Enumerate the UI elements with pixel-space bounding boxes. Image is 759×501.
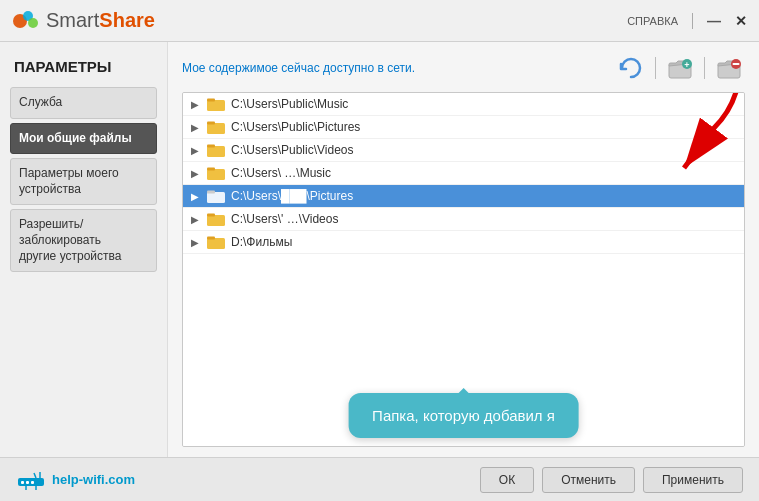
bottom-bar: help-wifi.com ОК Отменить Применить — [0, 457, 759, 501]
tooltip-bubble: Папка, которую добавил я — [348, 393, 579, 438]
title-controls: СПРАВКА — ✕ — [627, 13, 747, 29]
file-item[interactable]: ▶ C:\Users\Public\Pictures — [183, 116, 744, 139]
minimize-button[interactable]: — — [707, 14, 721, 28]
apply-button[interactable]: Применить — [643, 467, 743, 493]
svg-rect-15 — [207, 169, 225, 180]
folder-icon — [207, 235, 225, 249]
sidebar-item-my-files[interactable]: Мои общие файлы — [10, 123, 157, 155]
svg-rect-18 — [207, 191, 215, 194]
svg-rect-21 — [207, 238, 225, 249]
svg-rect-20 — [207, 214, 215, 217]
svg-rect-9 — [207, 100, 225, 111]
bottom-buttons: ОК Отменить Применить — [480, 467, 743, 493]
refresh-icon — [617, 54, 645, 82]
sidebar-item-service[interactable]: Служба — [10, 87, 157, 119]
file-item[interactable]: ▶ C:\Users\ …\Music — [183, 162, 744, 185]
sidebar: ПАРАМЕТРЫ Служба Мои общие файлы Парамет… — [0, 42, 168, 457]
file-item[interactable]: ▶ C:\Users\Public\Music — [183, 93, 744, 116]
cancel-button[interactable]: Отменить — [542, 467, 635, 493]
folder-icon — [207, 166, 225, 180]
file-item[interactable]: ▶ C:\Users\Public\Videos — [183, 139, 744, 162]
folder-icon-selected — [207, 189, 225, 203]
logo-icon — [12, 7, 40, 35]
file-path: C:\Users\ …\Music — [231, 166, 331, 180]
svg-rect-27 — [31, 481, 34, 484]
watermark-text: help-wifi.com — [52, 472, 135, 487]
divider — [692, 13, 693, 29]
file-path: D:\Фильмы — [231, 235, 292, 249]
folder-icon — [207, 143, 225, 157]
expand-arrow: ▶ — [191, 191, 201, 202]
refresh-button[interactable] — [615, 52, 647, 84]
remove-folder-button[interactable] — [713, 52, 745, 84]
sidebar-item-allow-block[interactable]: Разрешить/заблокироватьдругие устройства — [10, 209, 157, 272]
folder-icon — [207, 120, 225, 134]
svg-rect-13 — [207, 146, 225, 157]
section-title: ПАРАМЕТРЫ — [10, 58, 157, 75]
toolbar-icons: + — [615, 52, 745, 84]
svg-rect-22 — [207, 237, 215, 240]
expand-arrow: ▶ — [191, 99, 201, 110]
svg-point-2 — [28, 18, 38, 28]
folder-icon — [207, 97, 225, 111]
expand-arrow: ▶ — [191, 122, 201, 133]
svg-rect-17 — [207, 192, 225, 203]
svg-rect-26 — [26, 481, 29, 484]
file-item[interactable]: ▶ C:\Users\' …\Videos — [183, 208, 744, 231]
svg-rect-12 — [207, 122, 215, 125]
file-list: ▶ C:\Users\Public\Music ▶ C:\Users\Publi… — [182, 92, 745, 447]
expand-arrow: ▶ — [191, 214, 201, 225]
content-header: Мое содержимое сейчас доступно в сети. — [182, 52, 745, 84]
svg-line-28 — [34, 473, 36, 478]
add-folder-button[interactable]: + — [664, 52, 696, 84]
remove-folder-icon — [715, 54, 743, 82]
svg-text:+: + — [684, 60, 689, 70]
file-path: C:\Users\Public\Videos — [231, 143, 354, 157]
main-area: ПАРАМЕТРЫ Служба Мои общие файлы Парамет… — [0, 42, 759, 457]
app-name: SmartShare — [46, 9, 155, 32]
watermark: help-wifi.com — [16, 470, 135, 490]
toolbar-divider — [655, 57, 656, 79]
ok-button[interactable]: ОК — [480, 467, 534, 493]
file-path: C:\Users\███\Pictures — [231, 189, 353, 203]
svg-rect-10 — [207, 99, 215, 102]
file-path: C:\Users\Public\Pictures — [231, 120, 360, 134]
file-item[interactable]: ▶ D:\Фильмы — [183, 231, 744, 254]
expand-arrow: ▶ — [191, 145, 201, 156]
router-icon — [16, 470, 46, 490]
svg-rect-11 — [207, 123, 225, 134]
folder-icon — [207, 212, 225, 226]
status-text: Мое содержимое сейчас доступно в сети. — [182, 61, 415, 75]
app-logo: SmartShare — [12, 7, 155, 35]
content-panel: Мое содержимое сейчас доступно в сети. — [168, 42, 759, 457]
close-button[interactable]: ✕ — [735, 14, 747, 28]
svg-rect-25 — [21, 481, 24, 484]
svg-rect-16 — [207, 168, 215, 171]
file-path: C:\Users\' …\Videos — [231, 212, 338, 226]
add-folder-icon: + — [666, 54, 694, 82]
svg-rect-19 — [207, 215, 225, 226]
file-path: C:\Users\Public\Music — [231, 97, 348, 111]
expand-arrow: ▶ — [191, 168, 201, 179]
svg-rect-14 — [207, 145, 215, 148]
sidebar-item-device-params[interactable]: Параметры моегоустройства — [10, 158, 157, 205]
toolbar-divider2 — [704, 57, 705, 79]
title-bar: SmartShare СПРАВКА — ✕ — [0, 0, 759, 42]
help-link[interactable]: СПРАВКА — [627, 15, 678, 27]
expand-arrow: ▶ — [191, 237, 201, 248]
file-item-selected[interactable]: ▶ C:\Users\███\Pictures — [183, 185, 744, 208]
